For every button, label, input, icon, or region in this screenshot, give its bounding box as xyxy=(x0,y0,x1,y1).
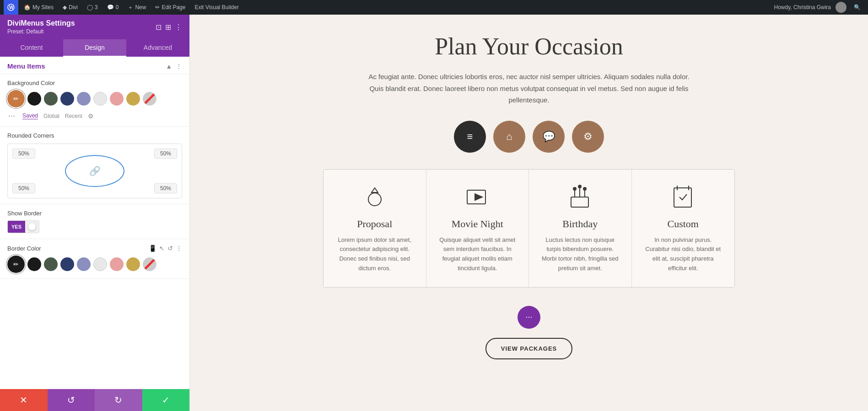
border-swatch-pink[interactable] xyxy=(110,257,124,271)
pencil-icon: ✏ xyxy=(155,4,160,11)
phone-icon[interactable]: 📱 xyxy=(149,245,156,252)
border-toggle[interactable]: YES xyxy=(7,220,39,233)
rounded-corners-container: 50% 50% 🔗 50% 50% xyxy=(7,144,182,198)
corner-top-right-input[interactable]: 50% xyxy=(154,149,177,159)
comments-count: 3 xyxy=(95,4,98,11)
svg-point-11 xyxy=(583,187,586,190)
window-icon[interactable]: ⊡ xyxy=(156,23,162,32)
tab-design[interactable]: Design xyxy=(63,39,126,57)
main-layout: DiviMenus Settings Preset: Default ⊡ ⊞ ⋮… xyxy=(0,15,868,411)
page-subtitle: Ac feugiat ante. Donec ultricies loborti… xyxy=(364,71,694,106)
undo-button[interactable]: ↺ xyxy=(48,389,95,411)
card-custom-title: Custom xyxy=(643,218,724,230)
color-swatch-blue[interactable] xyxy=(60,92,74,106)
svg-point-9 xyxy=(573,187,576,190)
tools-icon-button[interactable]: ⚙ xyxy=(572,121,604,153)
section-more-icon[interactable]: ⋮ xyxy=(176,63,182,70)
exit-builder-link[interactable]: Exit Visual Builder xyxy=(191,0,243,15)
cursor-icon[interactable]: ↖ xyxy=(159,245,165,252)
border-color-header: Border Color 📱 ↖ ↺ ⋮ xyxy=(7,245,182,252)
edit-page-link[interactable]: ✏ Edit Page xyxy=(151,0,189,15)
border-more-icon[interactable]: ⋮ xyxy=(176,245,182,252)
section-icons: ▲ ⋮ xyxy=(166,63,182,70)
show-border-label: Show Border xyxy=(7,210,182,217)
new-label: New xyxy=(135,4,146,11)
toggle-row: YES xyxy=(7,220,182,233)
wp-admin-bar: W 🏠 My Sites ◆ Divi ◯ 3 💬 0 ＋ New ✏ Edit… xyxy=(0,0,868,15)
howdy-link[interactable]: Howdy, Christina Gwira xyxy=(771,0,850,15)
background-color-label: Background Color xyxy=(7,80,182,86)
floating-dots-button[interactable]: ··· xyxy=(518,306,540,329)
columns-icon[interactable]: ⊞ xyxy=(165,23,171,32)
redo-button[interactable]: ↻ xyxy=(95,389,142,411)
divi-menu[interactable]: ◆ Divi xyxy=(59,0,81,15)
collapse-icon[interactable]: ▲ xyxy=(166,63,172,70)
divi-sidebar: DiviMenus Settings Preset: Default ⊡ ⊞ ⋮… xyxy=(0,15,190,411)
color-swatch-pink[interactable] xyxy=(110,92,124,106)
border-color-label: Border Color xyxy=(7,245,41,252)
comments-link[interactable]: ◯ 3 xyxy=(83,0,102,15)
border-swatch-blue[interactable] xyxy=(60,257,74,271)
tab-advanced[interactable]: Advanced xyxy=(126,39,189,57)
new-menu[interactable]: ＋ New xyxy=(124,0,150,15)
preset-label[interactable]: Preset: Default xyxy=(7,28,75,35)
border-color-swatches: ✏ xyxy=(7,256,182,273)
color-swatch-none[interactable] xyxy=(143,92,156,106)
three-dots-icon: ··· xyxy=(525,312,532,322)
home-icon-button[interactable]: ⌂ xyxy=(493,121,525,153)
wp-logo-icon[interactable]: W xyxy=(4,0,18,15)
tab-content[interactable]: Content xyxy=(0,39,63,57)
border-swatch-black[interactable] xyxy=(27,257,41,271)
selected-color-swatch[interactable]: ✏ xyxy=(7,90,25,107)
border-swatch-light[interactable] xyxy=(93,257,107,271)
tools-icon: ⚙ xyxy=(583,131,593,143)
card-movie-title: Movie Night xyxy=(437,218,518,230)
color-swatch-black[interactable] xyxy=(27,92,41,106)
card-birthday-title: Birthday xyxy=(540,218,620,230)
search-button[interactable]: 🔍 xyxy=(850,0,864,15)
comments-link2[interactable]: 💬 0 xyxy=(103,0,123,15)
admin-bar-right: Howdy, Christina Gwira 🔍 xyxy=(771,0,864,15)
color-swatch-gold[interactable] xyxy=(126,92,140,106)
background-color-swatches: ✏ xyxy=(7,90,182,107)
view-packages-button[interactable]: VIEW PACKAGES xyxy=(485,338,573,359)
color-swatch-green[interactable] xyxy=(44,92,58,106)
divi-label: Divi xyxy=(69,4,78,11)
corner-bottom-right-input[interactable]: 50% xyxy=(154,183,177,193)
sidebar-title: DiviMenus Settings xyxy=(7,19,75,27)
more-swatches-button[interactable]: ··· xyxy=(8,111,15,121)
corner-top-left-input[interactable]: 50% xyxy=(12,149,35,159)
save-button[interactable]: ✓ xyxy=(142,389,190,411)
sidebar-header: DiviMenus Settings Preset: Default ⊡ ⊞ ⋮ xyxy=(0,15,189,39)
rounded-corners-section: Rounded Corners 50% 50% 🔗 50% 50% xyxy=(0,127,189,204)
svg-text:W: W xyxy=(9,5,14,10)
avatar xyxy=(836,2,846,13)
card-proposal: Proposal Lorem ipsum dolor sit amet, con… xyxy=(323,170,426,287)
color-tab-recent[interactable]: Recent xyxy=(65,113,82,119)
comment-icon: 💬 xyxy=(107,4,114,11)
cancel-button[interactable]: ✕ xyxy=(0,389,48,411)
border-swatch-gold[interactable] xyxy=(126,257,140,271)
border-swatch-none[interactable] xyxy=(143,257,156,271)
save-icon: ✓ xyxy=(162,395,170,406)
chat-icon-button[interactable]: 💬 xyxy=(533,121,565,153)
corner-bottom-left-input[interactable]: 50% xyxy=(12,183,35,193)
color-swatch-light[interactable] xyxy=(93,92,107,106)
bottom-action-bar: ✕ ↺ ↻ ✓ xyxy=(0,389,189,411)
svg-point-2 xyxy=(368,193,381,206)
color-swatch-lavender[interactable] xyxy=(77,92,91,106)
border-swatch-green[interactable] xyxy=(44,257,58,271)
color-tab-saved[interactable]: Saved xyxy=(22,112,38,119)
my-sites-menu[interactable]: 🏠 My Sites xyxy=(20,0,57,15)
color-settings-icon[interactable]: ⚙ xyxy=(88,112,94,120)
svg-marker-4 xyxy=(475,194,482,200)
reset-icon[interactable]: ↺ xyxy=(167,245,173,252)
border-icons: 📱 ↖ ↺ ⋮ xyxy=(149,245,182,252)
chat-icon: 💬 xyxy=(543,131,555,143)
menu-items-section-header: Menu Items ▲ ⋮ xyxy=(0,57,189,74)
menu-icon-button[interactable]: ≡ xyxy=(454,121,486,153)
more-icon[interactable]: ⋮ xyxy=(175,23,182,32)
color-tab-global[interactable]: Global xyxy=(43,113,59,119)
border-swatch-lavender[interactable] xyxy=(77,257,91,271)
border-selected-swatch[interactable]: ✏ xyxy=(7,256,25,273)
